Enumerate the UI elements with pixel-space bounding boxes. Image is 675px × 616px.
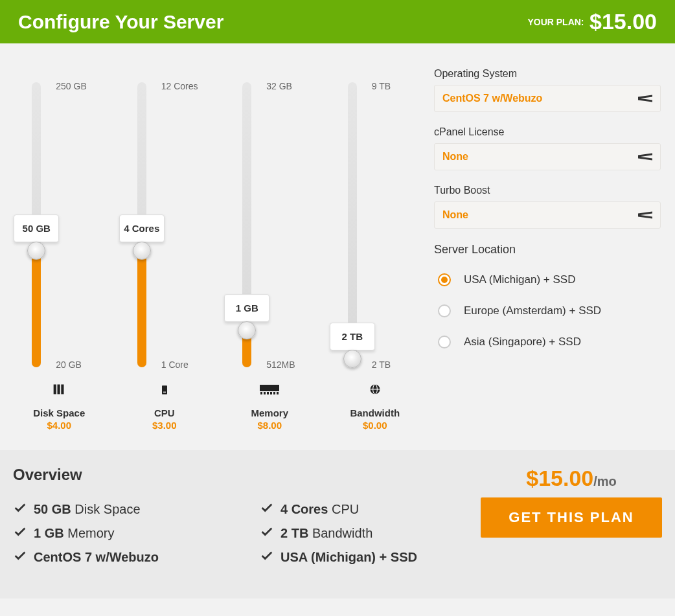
slider-handle-bw[interactable] bbox=[343, 350, 361, 368]
os-value: CentOS 7 w/Webuzo bbox=[442, 93, 542, 104]
overview-line: 1 GB Memory bbox=[13, 525, 234, 542]
slider-min-mem: 512MB bbox=[266, 359, 295, 370]
svg-rect-1 bbox=[58, 385, 60, 394]
slider-handle-mem[interactable] bbox=[238, 321, 256, 339]
overview-price-amount: $15.00 bbox=[526, 466, 593, 490]
overview-line: 2 TB Bandwidth bbox=[260, 525, 481, 542]
turbo-label: Turbo Boost bbox=[434, 185, 661, 196]
slider-max-cpu: 12 Cores bbox=[161, 81, 198, 91]
server-location-option-label: USA (Michigan) + SSD bbox=[464, 273, 575, 286]
overview-line: 4 Cores CPU bbox=[260, 501, 481, 518]
slider-max-disk: 250 GB bbox=[56, 81, 86, 91]
cpanel-label: cPanel License bbox=[434, 126, 661, 138]
cpanel-dropdown[interactable]: None bbox=[434, 143, 661, 170]
server-location-option-label: Europe (Amsterdam) + SSD bbox=[464, 304, 601, 317]
server-location-option-label: Asia (Singapore) + SSD bbox=[464, 336, 581, 348]
svg-rect-8 bbox=[267, 392, 269, 394]
slider-price-bw: $0.00 bbox=[363, 420, 387, 431]
slider-disk: 50 GB 250 GB 20 GB Disk Space $4.00 bbox=[10, 82, 108, 431]
overview-col1: 50 GB Disk Space1 GB MemoryCentOS 7 w/We… bbox=[13, 494, 234, 573]
overview-title: Overview bbox=[13, 466, 481, 484]
overview-line: CentOS 7 w/Webuzo bbox=[13, 549, 234, 566]
check-icon bbox=[13, 525, 27, 542]
slider-handle-disk[interactable] bbox=[27, 242, 45, 260]
ram-icon bbox=[259, 383, 280, 398]
svg-rect-9 bbox=[270, 392, 272, 394]
slider-min-cpu: 1 Core bbox=[161, 359, 189, 370]
slider-panel: 50 GB 250 GB 20 GB Disk Space $4.00 4 Co… bbox=[0, 43, 434, 450]
server-location-list: USA (Michigan) + SSDEurope (Amsterdam) +… bbox=[434, 264, 661, 358]
server-location-label: Server Location bbox=[434, 243, 661, 257]
check-icon bbox=[260, 525, 274, 542]
slider-track-bw[interactable]: 2 TB bbox=[333, 82, 372, 367]
svg-rect-2 bbox=[62, 385, 64, 394]
slider-mem: 1 GB 32 GB 512MB Memory $8.00 bbox=[221, 82, 318, 431]
check-icon bbox=[260, 501, 274, 518]
overview-col2: 4 Cores CPU2 TB BandwidthUSA (Michigan) … bbox=[260, 494, 481, 573]
slider-cpu: 4 Cores 12 Cores 1 Core CPU $3.00 bbox=[116, 82, 213, 431]
svg-rect-6 bbox=[260, 392, 262, 394]
slider-handle-cpu[interactable] bbox=[133, 242, 151, 260]
turbo-value: None bbox=[442, 209, 468, 221]
slider-max-mem: 32 GB bbox=[266, 81, 292, 91]
page-title: Configure Your Server bbox=[18, 11, 223, 33]
cpanel-value: None bbox=[442, 151, 468, 163]
svg-rect-11 bbox=[277, 392, 279, 394]
server-location-option[interactable]: Europe (Amsterdam) + SSD bbox=[434, 295, 661, 326]
check-icon bbox=[260, 549, 274, 566]
overview-price: $15.00/mo bbox=[481, 466, 662, 491]
slider-max-bw: 9 TB bbox=[372, 81, 391, 91]
slider-track-cpu[interactable]: 4 Cores bbox=[122, 82, 161, 367]
radio-icon bbox=[438, 336, 451, 348]
slider-value-disk: 50 GB bbox=[14, 214, 59, 242]
get-plan-button[interactable]: GET THIS PLAN bbox=[481, 497, 662, 538]
slider-price-disk: $4.00 bbox=[47, 420, 71, 431]
plan-summary: YOUR PLAN: $15.00 bbox=[527, 9, 657, 34]
svg-rect-7 bbox=[264, 392, 266, 394]
svg-rect-10 bbox=[273, 392, 275, 394]
chevron-down-icon bbox=[638, 96, 652, 101]
slider-title-bw: Bandwidth bbox=[350, 407, 400, 418]
server-location-option[interactable]: USA (Michigan) + SSD bbox=[434, 264, 661, 295]
overview-price-suffix: /mo bbox=[593, 474, 617, 488]
slider-min-bw: 2 TB bbox=[372, 359, 391, 370]
check-icon bbox=[13, 549, 27, 566]
radio-icon bbox=[438, 273, 451, 286]
slider-value-bw: 2 TB bbox=[330, 323, 375, 350]
slider-price-mem: $8.00 bbox=[257, 420, 282, 431]
svg-rect-4 bbox=[163, 392, 166, 393]
options-panel: Operating System CentOS 7 w/Webuzo cPane… bbox=[434, 43, 675, 450]
slider-track-disk[interactable]: 50 GB bbox=[17, 82, 56, 367]
chevron-down-icon bbox=[638, 154, 652, 159]
slider-title-cpu: CPU bbox=[154, 407, 175, 418]
server-location-option[interactable]: Asia (Singapore) + SSD bbox=[434, 326, 661, 358]
plan-price: $15.00 bbox=[589, 9, 657, 34]
check-icon bbox=[13, 501, 27, 518]
slider-bw: 2 TB 9 TB 2 TB Bandwidth $0.00 bbox=[326, 82, 424, 431]
slider-value-cpu: 4 Cores bbox=[119, 214, 165, 242]
turbo-dropdown[interactable]: None bbox=[434, 201, 661, 229]
main: 50 GB 250 GB 20 GB Disk Space $4.00 4 Co… bbox=[0, 43, 675, 450]
overview-line: USA (Michigan) + SSD bbox=[260, 549, 481, 566]
svg-rect-0 bbox=[54, 385, 56, 394]
slider-price-cpu: $3.00 bbox=[152, 420, 177, 431]
svg-rect-5 bbox=[260, 385, 279, 391]
plan-label: YOUR PLAN: bbox=[527, 17, 584, 27]
os-label: Operating System bbox=[434, 68, 661, 80]
servers-icon bbox=[51, 383, 67, 398]
radio-icon bbox=[438, 304, 451, 317]
svg-rect-3 bbox=[162, 385, 167, 394]
overview: Overview 50 GB Disk Space1 GB MemoryCent… bbox=[0, 450, 675, 599]
slider-title-disk: Disk Space bbox=[33, 407, 85, 418]
overview-line: 50 GB Disk Space bbox=[13, 501, 234, 518]
slider-title-mem: Memory bbox=[251, 407, 288, 418]
server-icon bbox=[159, 383, 170, 398]
os-dropdown[interactable]: CentOS 7 w/Webuzo bbox=[434, 85, 661, 112]
slider-track-mem[interactable]: 1 GB bbox=[227, 82, 266, 367]
header: Configure Your Server YOUR PLAN: $15.00 bbox=[0, 0, 675, 43]
slider-value-mem: 1 GB bbox=[224, 294, 269, 322]
slider-min-disk: 20 GB bbox=[56, 359, 82, 370]
chevron-down-icon bbox=[638, 212, 652, 218]
globe-icon bbox=[369, 383, 382, 398]
